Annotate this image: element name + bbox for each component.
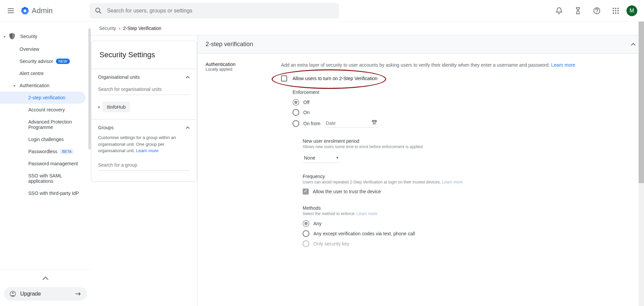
sidebar-root-label: Security xyxy=(20,34,37,39)
radio-on[interactable] xyxy=(293,109,299,116)
radio-off[interactable] xyxy=(293,99,299,106)
tasks-button[interactable] xyxy=(570,3,586,19)
sidebar-item-passwordless[interactable]: Passwordless BETA xyxy=(0,145,91,158)
caret-down-icon: ▾ xyxy=(13,84,15,88)
search-icon xyxy=(95,7,101,14)
sidebar-item-sso-third-party[interactable]: SSO with third-party IdP xyxy=(0,187,91,199)
sidebar-item-advanced-protection[interactable]: Advanced Protection Programme xyxy=(0,116,91,133)
breadcrumb-root[interactable]: Security xyxy=(99,26,116,31)
sidebar-collapse-button[interactable] xyxy=(0,272,91,284)
frequency-learn-more-link[interactable]: Learn more xyxy=(442,180,463,184)
org-unit-chip[interactable]: ItinfoHub xyxy=(103,102,130,112)
svg-point-8 xyxy=(617,10,619,11)
sidebar-item-password-management[interactable]: Password management xyxy=(0,158,91,170)
sidebar-item-sso-saml[interactable]: SSO with SAML applications xyxy=(0,170,91,187)
learn-more-link[interactable]: Learn more xyxy=(551,62,576,68)
org-unit-row[interactable]: ▾ ItinfoHub xyxy=(98,100,190,114)
authentication-label: Authentication xyxy=(206,62,273,67)
enrolment-desc: Allows new users some time to enrol befo… xyxy=(303,144,636,149)
methods-heading: Methods xyxy=(303,205,636,211)
groups-description: Customise settings for a group within an… xyxy=(98,134,190,154)
trust-device-checkbox[interactable] xyxy=(303,189,309,195)
search-bar[interactable] xyxy=(90,3,339,19)
breadcrumb-current: 2-Step Verification xyxy=(123,26,161,31)
svg-point-1 xyxy=(96,8,100,12)
notifications-button[interactable] xyxy=(551,3,567,19)
sidebar-item-alert-centre[interactable]: Alert centre xyxy=(0,67,91,79)
group-search-input[interactable] xyxy=(98,160,190,171)
caret-down-icon: ▾ xyxy=(1,35,7,38)
arrow-right-icon xyxy=(75,292,82,296)
caret-down-icon: ▾ xyxy=(98,105,100,109)
enrolment-period-select[interactable] xyxy=(303,153,340,163)
page-scrollbar[interactable] xyxy=(639,22,644,306)
detail-panel: 2-step verification Authentication Local… xyxy=(197,35,644,306)
groups-header[interactable]: Groups xyxy=(98,125,190,130)
radio-method-any[interactable] xyxy=(303,220,309,227)
chevron-right-icon: › xyxy=(119,26,121,31)
menu-icon xyxy=(7,7,15,15)
help-icon xyxy=(593,7,601,14)
sidebar-item-account-recovery[interactable]: Account recovery xyxy=(0,104,91,116)
beta-badge: BETA xyxy=(60,149,73,154)
enforcement-heading: Enforcement xyxy=(293,90,636,95)
svg-point-13 xyxy=(12,292,13,294)
enforcement-on-row[interactable]: On xyxy=(293,109,636,116)
svg-point-7 xyxy=(615,10,616,11)
enforcement-off-row[interactable]: Off xyxy=(293,99,636,106)
admin-logo-icon xyxy=(20,6,30,15)
org-units-search-input[interactable] xyxy=(98,84,190,95)
frequency-heading: Frequency xyxy=(303,174,636,179)
org-units-header[interactable]: Organisational units xyxy=(98,74,190,80)
methods-desc: Select the method to enforce. Learn more xyxy=(303,211,636,216)
hourglass-icon xyxy=(574,7,582,14)
bell-icon xyxy=(555,7,563,14)
admin-logo-text: Admin xyxy=(32,6,53,15)
trust-device-row[interactable]: Allow the user to trust the device xyxy=(303,189,636,195)
allow-2sv-label: Allow users to turn on 2-Step Verificati… xyxy=(293,76,377,81)
radio-method-except[interactable] xyxy=(303,230,309,237)
description-text: Add an extra layer of security to user a… xyxy=(281,62,636,69)
svg-point-4 xyxy=(615,8,616,9)
locally-applied-label: Locally applied xyxy=(206,67,273,72)
apps-grid-icon xyxy=(612,7,619,14)
groups-learn-more-link[interactable]: Learn more xyxy=(136,148,158,153)
sidebar-item-overview[interactable]: Overview xyxy=(0,43,91,55)
svg-point-5 xyxy=(617,8,619,9)
help-button[interactable] xyxy=(589,3,605,19)
sidebar-item-security-advisor[interactable]: Security advisor NEW xyxy=(0,55,91,67)
method-only-row[interactable]: Only security key xyxy=(303,240,636,247)
chevron-up-icon xyxy=(42,276,49,280)
admin-logo[interactable]: Admin xyxy=(20,6,53,15)
shield-icon xyxy=(8,32,16,40)
radio-on-from[interactable] xyxy=(293,120,299,127)
svg-point-6 xyxy=(613,10,614,11)
sidebar-item-login-challenges[interactable]: Login challenges xyxy=(0,133,91,145)
sidebar: ▾ Security Overview Security advisor NEW… xyxy=(0,22,91,306)
upgrade-button[interactable]: Upgrade xyxy=(4,287,87,301)
methods-learn-more-link[interactable]: Learn more xyxy=(357,211,377,216)
detail-header[interactable]: 2-step verification xyxy=(197,35,644,54)
sidebar-root-security[interactable]: ▾ Security xyxy=(0,30,91,43)
method-except-row[interactable]: Any except verification codes via text, … xyxy=(303,230,636,237)
sidebar-item-2-step-verification[interactable]: 2-step verification xyxy=(0,92,86,104)
svg-point-10 xyxy=(615,12,616,14)
enrolment-heading: New user enrolment period xyxy=(303,138,636,144)
allow-2sv-checkbox[interactable] xyxy=(281,75,287,81)
sidebar-item-authentication[interactable]: ▾ Authentication xyxy=(0,79,91,92)
search-input[interactable] xyxy=(107,8,334,14)
chevron-up-icon xyxy=(185,75,190,79)
hamburger-menu-button[interactable] xyxy=(3,3,19,19)
settings-panel: Security Settings Organisational units ▾… xyxy=(91,35,197,306)
radio-method-only[interactable] xyxy=(303,240,309,247)
allow-2sv-checkbox-row: Allow users to turn on 2-Step Verificati… xyxy=(281,75,636,81)
svg-point-3 xyxy=(613,8,614,9)
svg-point-11 xyxy=(617,12,619,14)
enforcement-date-input[interactable] xyxy=(325,119,378,128)
enforcement-on-from-row[interactable]: On from xyxy=(293,119,636,128)
method-any-row[interactable]: Any xyxy=(303,220,636,227)
topbar: Admin M xyxy=(0,0,644,22)
account-avatar[interactable]: M xyxy=(626,5,637,16)
apps-button[interactable] xyxy=(608,3,624,19)
scrollbar-thumb[interactable] xyxy=(639,22,644,183)
